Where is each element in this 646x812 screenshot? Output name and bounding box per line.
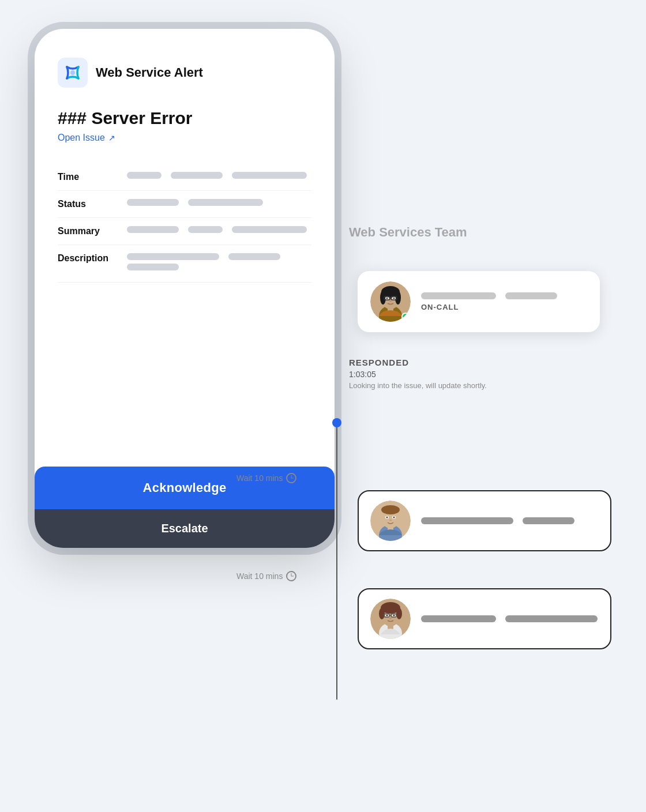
- wait-label-2: Wait 10 mins: [236, 571, 296, 581]
- svg-point-25: [393, 517, 395, 518]
- responded-section: RESPONDED 1:03:05 Looking into the issue…: [349, 358, 591, 390]
- person-3-name-skeleton: [421, 615, 602, 622]
- svg-point-26: [389, 520, 392, 521]
- svg-point-16: [389, 300, 392, 302]
- app-header: Web Service Alert: [58, 58, 311, 88]
- person-card-3: [358, 588, 611, 649]
- online-status-badge: [401, 313, 410, 321]
- status-row: Status: [58, 191, 311, 218]
- oncall-name-skeleton: [421, 292, 587, 299]
- person-3-avatar: [370, 599, 411, 639]
- summary-label: Summary: [58, 218, 127, 245]
- time-label: Time: [58, 164, 127, 191]
- svg-point-36: [386, 615, 388, 616]
- person-3-info: [421, 615, 602, 622]
- description-value: [127, 245, 311, 283]
- time-row: Time: [58, 164, 311, 191]
- alert-title: ### Server Error: [58, 108, 311, 128]
- oncall-card: ON-CALL: [358, 271, 600, 332]
- person-2-avatar: [370, 501, 411, 541]
- svg-point-1: [70, 70, 75, 75]
- open-issue-label: Open Issue: [58, 133, 105, 143]
- app-title: Web Service Alert: [96, 65, 203, 80]
- svg-point-37: [393, 615, 395, 616]
- connection-dot: [332, 418, 341, 427]
- details-table: Time Status: [58, 164, 311, 283]
- responded-text: Looking into the issue, will update shor…: [349, 381, 591, 390]
- svg-point-21: [381, 505, 400, 514]
- description-label: Description: [58, 245, 127, 283]
- svg-point-11: [386, 298, 388, 299]
- wait-label-1: Wait 10 mins: [236, 473, 296, 483]
- person-2-info: [421, 517, 599, 524]
- app-logo-icon: [58, 58, 88, 88]
- escalation-line: [336, 423, 337, 700]
- svg-point-41: [389, 618, 392, 619]
- wait-label-1-text: Wait 10 mins: [236, 473, 283, 483]
- oncall-badge: ON-CALL: [421, 303, 587, 311]
- open-issue-link[interactable]: Open Issue ↗: [58, 133, 311, 143]
- escalate-button[interactable]: Escalate: [35, 509, 335, 548]
- external-link-icon: ↗: [108, 133, 115, 142]
- person-card-2: [358, 490, 611, 551]
- summary-value: [127, 218, 311, 245]
- time-value: [127, 164, 311, 191]
- oncall-info: ON-CALL: [421, 292, 587, 311]
- svg-point-24: [386, 517, 388, 518]
- oncall-avatar: [370, 281, 411, 322]
- person-2-name-skeleton: [421, 517, 599, 524]
- status-value: [127, 191, 311, 218]
- responded-label: RESPONDED: [349, 358, 591, 367]
- svg-point-7: [380, 291, 386, 304]
- responded-time: 1:03:05: [349, 370, 591, 379]
- wait-label-2-text: Wait 10 mins: [236, 572, 283, 581]
- phone-mockup: Web Service Alert ### Server Error Open …: [35, 29, 335, 548]
- summary-row: Summary: [58, 218, 311, 245]
- status-label: Status: [58, 191, 127, 218]
- svg-point-32: [379, 608, 385, 619]
- svg-point-8: [395, 291, 401, 304]
- svg-point-33: [396, 608, 402, 619]
- description-row: Description: [58, 245, 311, 283]
- team-label: Web Services Team: [349, 225, 467, 240]
- clock-icon-1: [286, 473, 296, 483]
- clock-icon-2: [286, 571, 296, 581]
- svg-point-12: [393, 298, 395, 299]
